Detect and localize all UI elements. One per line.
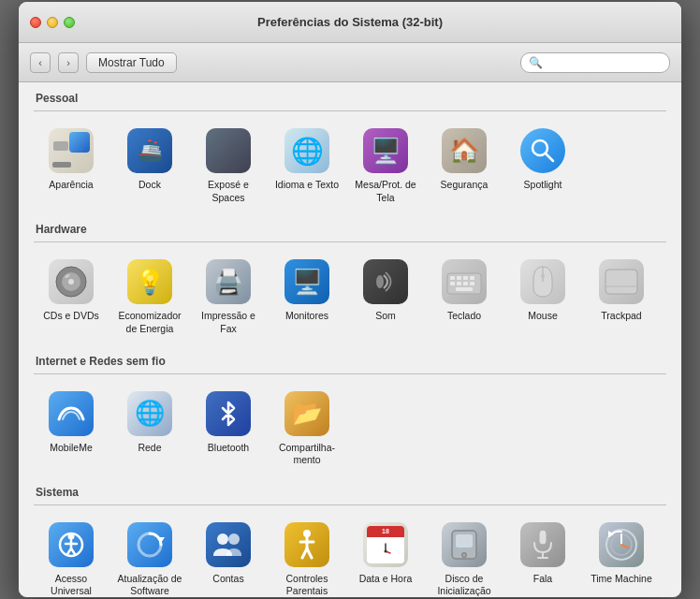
- fala-icon-box: [518, 520, 567, 569]
- search-icon: 🔍: [529, 56, 543, 69]
- contas-icon-box: [204, 520, 253, 569]
- minimize-button[interactable]: [47, 17, 58, 28]
- mouse-label: Mouse: [528, 310, 558, 323]
- divider-pessoal: [34, 110, 666, 111]
- expose-icon-box: [204, 126, 253, 175]
- search-box[interactable]: 🔍: [520, 52, 670, 73]
- icon-item-mesa[interactable]: 🖥️ Mesa/Prot. de Tela: [348, 121, 423, 210]
- monitores-icon-box: 🖥️: [283, 257, 331, 306]
- icon-item-monitores[interactable]: 🖥️ Monitores: [270, 252, 344, 341]
- section-hardware: Hardware CD: [34, 223, 666, 344]
- icon-item-dock[interactable]: 🚢 Dock: [112, 121, 187, 210]
- section-pessoal: Pessoal Aparência: [34, 92, 666, 213]
- atualizacao-label: Atualização de Software: [116, 573, 183, 597]
- section-title-sistema: Sistema: [34, 486, 666, 499]
- icon-item-spotlight[interactable]: Spotlight: [505, 121, 580, 210]
- icon-item-controles[interactable]: Controles Parentais: [270, 515, 344, 597]
- atualizacao-icon-box: [125, 520, 174, 569]
- icon-item-rede[interactable]: 🌐 Rede: [112, 384, 187, 473]
- mouse-icon-box: [518, 257, 567, 306]
- svg-point-4: [68, 279, 74, 285]
- icon-item-atualizacao[interactable]: Atualização de Software: [112, 515, 187, 597]
- trackpad-label: Trackpad: [601, 310, 641, 323]
- impressao-label: Impressão e Fax: [195, 310, 262, 335]
- acesso-label: Acesso Universal: [37, 573, 105, 597]
- sistema-grid: Acesso Universal Atualização de S: [34, 511, 666, 597]
- spotlight-label: Spotlight: [524, 179, 562, 192]
- compartilha-label: Compartilha- mento: [273, 442, 341, 467]
- maximize-button[interactable]: [64, 17, 75, 28]
- timemachine-icon-box: [597, 520, 646, 569]
- icon-item-contas[interactable]: Contas: [191, 515, 266, 597]
- rede-icon-box: 🌐: [125, 389, 174, 438]
- divider-hardware: [34, 241, 666, 242]
- seguranca-icon-box: 🏠: [440, 126, 489, 175]
- icon-item-teclado[interactable]: Teclado: [427, 252, 502, 341]
- close-button[interactable]: [30, 17, 41, 28]
- teclado-icon-box: [440, 257, 489, 306]
- internet-grid: MobileMe 🌐 Rede: [34, 380, 666, 476]
- forward-button[interactable]: ›: [58, 52, 79, 73]
- icon-item-impressao[interactable]: 🖨️ Impressão e Fax: [191, 252, 266, 341]
- svg-rect-9: [457, 276, 461, 280]
- mesa-icon-box: 🖥️: [361, 126, 410, 175]
- dock-label: Dock: [139, 179, 161, 192]
- svg-line-34: [307, 548, 312, 558]
- timemachine-label: Time Machine: [591, 573, 652, 586]
- cds-icon-box: [47, 257, 95, 306]
- svg-rect-14: [463, 282, 468, 285]
- mobileme-label: MobileMe: [50, 442, 93, 455]
- mobileme-icon-box: [47, 389, 95, 438]
- controles-label: Controles Parentais: [273, 573, 341, 597]
- icon-item-bluetooth[interactable]: Bluetooth: [191, 384, 266, 473]
- icon-item-trackpad[interactable]: Trackpad: [584, 252, 659, 341]
- expose-label: Exposé e Spaces: [195, 179, 262, 204]
- icon-item-idioma[interactable]: 🌐 Idioma e Texto: [270, 121, 344, 210]
- pessoal-grid: Aparência 🚢 Dock: [34, 117, 666, 213]
- section-sistema: Sistema: [34, 486, 666, 597]
- svg-point-18: [541, 274, 545, 278]
- svg-marker-27: [157, 537, 165, 543]
- data-icon-box: 18: [361, 520, 410, 569]
- window-title: Preferências do Sistema (32-bit): [257, 15, 443, 29]
- economizador-icon-box: 💡: [125, 257, 174, 306]
- svg-rect-19: [605, 270, 637, 294]
- toolbar: ‹ › Mostrar Tudo 🔍: [19, 43, 681, 82]
- icon-item-data[interactable]: 18 Data e Hora: [348, 515, 423, 597]
- icon-item-mouse[interactable]: Mouse: [505, 252, 580, 341]
- icon-item-economizador[interactable]: 💡 Economizador de Energia: [112, 252, 187, 341]
- icon-item-seguranca[interactable]: 🏠 Segurança: [427, 121, 502, 210]
- icon-item-fala[interactable]: Fala: [505, 515, 580, 597]
- traffic-lights: [30, 17, 75, 28]
- aparenca-icon-box: [47, 126, 95, 175]
- svg-point-6: [376, 275, 384, 288]
- bluetooth-label: Bluetooth: [208, 442, 249, 455]
- svg-point-29: [228, 533, 240, 545]
- show-all-button[interactable]: Mostrar Tudo: [86, 52, 177, 73]
- acesso-icon-box: [47, 520, 95, 569]
- icon-item-timemachine[interactable]: Time Machine: [584, 515, 659, 597]
- icon-item-som[interactable]: Som: [348, 252, 423, 341]
- svg-rect-8: [450, 276, 455, 280]
- divider-sistema: [34, 504, 666, 505]
- icon-item-compartilha[interactable]: 📂 Compartilha- mento: [270, 384, 344, 473]
- svg-line-48: [621, 545, 628, 548]
- icon-item-mobileme[interactable]: MobileMe: [34, 384, 109, 473]
- monitores-label: Monitores: [285, 310, 328, 323]
- controles-icon-box: [283, 520, 331, 569]
- icon-item-cds[interactable]: CDs e DVDs: [34, 252, 109, 341]
- icon-item-acesso[interactable]: Acesso Universal: [34, 515, 109, 597]
- svg-rect-10: [463, 276, 468, 280]
- disco-icon-box: [440, 520, 489, 569]
- section-title-pessoal: Pessoal: [34, 92, 666, 105]
- dock-icon-box: 🚢: [125, 126, 174, 175]
- icon-item-aparenca[interactable]: Aparência: [34, 121, 109, 210]
- aparenca-label: Aparência: [49, 179, 93, 192]
- section-title-internet: Internet e Redes sem fio: [34, 355, 666, 368]
- svg-rect-12: [450, 282, 455, 285]
- icon-item-expose[interactable]: Exposé e Spaces: [191, 121, 266, 210]
- back-button[interactable]: ‹: [30, 52, 51, 73]
- search-input[interactable]: [547, 56, 662, 69]
- svg-line-26: [71, 548, 75, 554]
- icon-item-disco[interactable]: Disco de Inicialização: [427, 515, 502, 597]
